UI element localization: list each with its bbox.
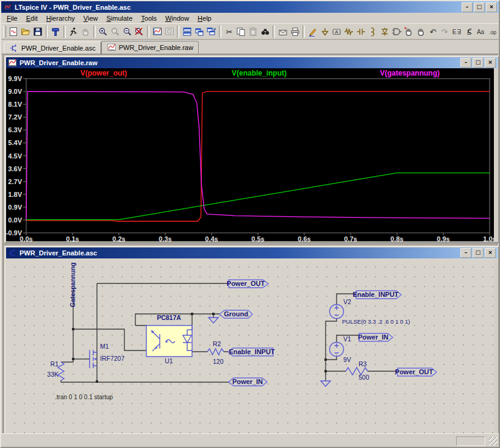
diode-button[interactable] xyxy=(379,24,391,38)
tile-horizontal-icon xyxy=(182,27,192,37)
find-button[interactable] xyxy=(259,24,271,38)
capacitor-icon xyxy=(356,27,366,37)
maximize-button[interactable]: □ xyxy=(474,2,485,12)
port-ground[interactable]: Ground xyxy=(220,310,252,318)
y-tick-label: 5.4V xyxy=(8,139,22,146)
m1-value[interactable]: IRF7207 xyxy=(100,355,124,362)
v1-value[interactable]: 9V xyxy=(343,356,351,363)
resistor-r1[interactable] xyxy=(58,362,64,380)
r3-value[interactable]: 500 xyxy=(359,374,370,381)
v1-ref[interactable]: V1 xyxy=(343,335,351,343)
menu-item-window[interactable]: Window xyxy=(161,14,193,23)
waveform-minimize-button[interactable]: – xyxy=(460,58,471,68)
schematic-minimize-button[interactable]: – xyxy=(460,248,471,258)
port-power-in-right[interactable]: Power_IN xyxy=(358,333,393,341)
tile-vertical-button[interactable] xyxy=(193,24,205,38)
u1-ref[interactable]: U1 xyxy=(165,357,173,364)
resistor-r2[interactable] xyxy=(207,349,224,355)
svg-text:Ground: Ground xyxy=(224,310,248,318)
undo-button[interactable]: ↶ xyxy=(427,24,439,38)
r2-value[interactable]: 120 xyxy=(213,358,224,365)
tab-pwr-driver-enable-asc[interactable]: PWR_Driver_Enable.asc xyxy=(4,41,101,54)
m1-ref[interactable]: M1 xyxy=(100,343,109,350)
menu-item-view[interactable]: View xyxy=(79,14,102,23)
new-schematic-button[interactable] xyxy=(8,24,20,38)
print-button[interactable] xyxy=(289,24,301,38)
ground-symbol[interactable] xyxy=(321,381,330,386)
schematic-window-title-bar[interactable]: PWR_Driver_Enable.asc – □ × xyxy=(6,247,498,258)
r3-ref[interactable]: R3 xyxy=(359,360,367,368)
trace-label-Vgatespannung[interactable]: V(gatespannung) xyxy=(380,69,440,77)
tab-pwr-driver-enable-raw[interactable]: PWR_Driver_Enable.raw xyxy=(101,41,199,54)
waveform-maximize-button[interactable]: □ xyxy=(473,58,484,68)
text-icon: Aa xyxy=(476,27,485,37)
trace-label-Venable_input[interactable]: V(enable_input) xyxy=(232,69,287,77)
waveform-close-button[interactable]: × xyxy=(485,58,496,68)
cut-button[interactable]: ✂ xyxy=(223,24,235,38)
waveform-window-title-bar[interactable]: PWR_Driver_Enable.raw – □ × xyxy=(6,57,498,68)
zoom-out-button[interactable] xyxy=(121,24,134,38)
copy-button[interactable] xyxy=(235,24,247,38)
print-preview-button[interactable] xyxy=(277,24,289,38)
net-label-gatespannung[interactable]: Gatespannung xyxy=(69,262,76,307)
menu-item-edit[interactable]: Edit xyxy=(22,14,42,23)
cascade-button[interactable] xyxy=(205,24,217,38)
resistor-button[interactable] xyxy=(343,24,355,38)
r2-ref[interactable]: R2 xyxy=(213,340,221,347)
voltage-source-v2[interactable] xyxy=(330,305,344,319)
inductor-button[interactable] xyxy=(367,24,379,38)
v2-value[interactable]: PULSE(0 3.3 .2 .6 0 1 0 1) xyxy=(342,318,410,325)
mosfet-m1[interactable] xyxy=(90,350,97,368)
port-enable-input-right[interactable]: Enable_INPUT xyxy=(352,291,401,299)
y-tick-label: 7.2V xyxy=(8,113,22,121)
spice-directive-text[interactable]: .tran 0 1 0 0.1 startup xyxy=(55,394,113,400)
text-button[interactable]: Aa xyxy=(475,24,487,38)
tile-horizontal-button[interactable] xyxy=(181,24,193,38)
tile-vertical-icon xyxy=(195,27,204,37)
voltage-source-v1[interactable] xyxy=(330,343,344,357)
component-button[interactable] xyxy=(391,24,403,38)
svg-text:Enable_INPUT: Enable_INPUT xyxy=(229,348,274,355)
autorange-button[interactable] xyxy=(151,24,163,38)
port-power-out-right[interactable]: Power_OUT xyxy=(395,368,437,376)
drag-button[interactable] xyxy=(415,24,427,38)
zoom-extents-button[interactable] xyxy=(134,24,146,38)
schematic-maximize-button[interactable]: □ xyxy=(473,248,484,258)
port-power-out-left[interactable]: Power_OUT xyxy=(227,280,268,288)
port-enable-input-left[interactable]: Enable_INPUT xyxy=(228,348,275,356)
mirror-button[interactable]: EƎ xyxy=(451,24,463,38)
ground-symbol[interactable] xyxy=(209,318,218,323)
control-panel-button[interactable] xyxy=(49,24,62,38)
optocoupler-u1[interactable] xyxy=(146,325,192,357)
rotate-button[interactable]: E xyxy=(463,24,475,38)
wire-button[interactable] xyxy=(307,24,319,38)
schematic-close-button[interactable]: × xyxy=(485,248,496,258)
save-button[interactable] xyxy=(32,24,44,38)
open-button[interactable] xyxy=(20,24,32,38)
menu-item-file[interactable]: File xyxy=(2,14,22,23)
waveform-plot[interactable]: 9.9V9.0V8.1V7.2V6.3V5.4V4.5V3.6V2.7V1.8V… xyxy=(6,68,494,241)
menu-item-help[interactable]: Help xyxy=(193,14,216,23)
minimize-button[interactable]: – xyxy=(462,2,473,12)
close-button[interactable]: × xyxy=(486,2,497,12)
schematic-canvas[interactable]: Power_OUT Ground Enable_INPUT Power xyxy=(6,258,494,435)
label-button[interactable]: A xyxy=(330,24,343,38)
trace-label-Vpower_out[interactable]: V(power_out) xyxy=(80,69,127,77)
r1-ref[interactable]: R1 xyxy=(51,360,59,368)
toolbar-grip[interactable] xyxy=(3,26,6,38)
zoom-in-button[interactable] xyxy=(98,24,110,38)
menu-item-tools[interactable]: Tools xyxy=(137,14,161,23)
port-power-in-left[interactable]: Power_IN xyxy=(229,378,267,386)
resize-grip[interactable] xyxy=(489,437,498,446)
spice-directive-button[interactable]: .op xyxy=(487,24,499,38)
move-button[interactable] xyxy=(403,24,415,38)
menu-item-simulate[interactable]: Simulate xyxy=(102,14,137,23)
menu-item-hierarchy[interactable]: Hierarchy xyxy=(42,14,79,23)
run-button[interactable] xyxy=(68,24,80,38)
u1-value[interactable]: PC817A xyxy=(157,314,181,321)
capacitor-button[interactable] xyxy=(355,24,367,38)
svg-text:↷: ↷ xyxy=(441,27,449,36)
ground-button[interactable] xyxy=(319,24,331,38)
r1-value[interactable]: 33K xyxy=(47,371,59,378)
v2-ref[interactable]: V2 xyxy=(343,298,351,305)
